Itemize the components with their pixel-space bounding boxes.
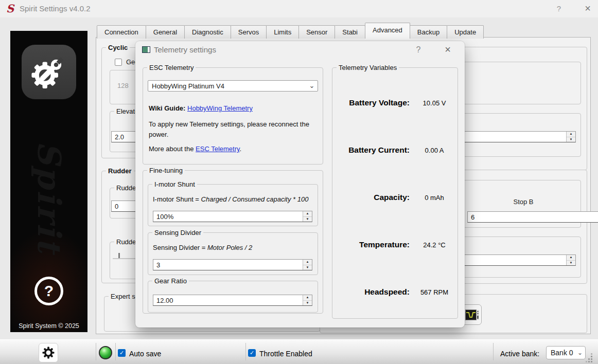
telemetry-settings-dialog: Telemetry settings ? × ESC Telemetry Hob… bbox=[135, 41, 465, 327]
active-bank-value: Bank 0 bbox=[547, 349, 575, 357]
resize-grip[interactable] bbox=[591, 358, 592, 360]
titlebar: S Spirit Settings v4.0.2 ? × bbox=[0, 0, 598, 17]
tab-stabi[interactable]: Stabi bbox=[335, 25, 365, 39]
oscilloscope-icon bbox=[465, 310, 479, 320]
dialog-help-button[interactable]: ? bbox=[413, 45, 424, 54]
tab-connection[interactable]: Connection bbox=[97, 25, 146, 39]
spin-up-button[interactable]: ▲ bbox=[303, 260, 312, 265]
cyclic-disabled-value: 128 bbox=[117, 82, 129, 89]
spirit-watermark: Spirit bbox=[28, 128, 69, 268]
app-logo-icon: S bbox=[6, 2, 14, 15]
statusbar-separator bbox=[245, 343, 246, 360]
active-bank-label: Active bank: bbox=[500, 350, 539, 358]
tab-servos[interactable]: Servos bbox=[231, 25, 267, 39]
telemetry-row: Headspeed: 567 RPM bbox=[337, 268, 453, 316]
gear-ratio-value: 12.00 bbox=[153, 297, 303, 304]
spinner-buttons: ▲ ▼ bbox=[303, 211, 312, 222]
stop-b-label: Stop B bbox=[493, 198, 554, 206]
tab-general[interactable]: General bbox=[146, 25, 185, 39]
imotor-formula: I-motor Shunt = Charged / Consumed capac… bbox=[153, 194, 308, 205]
esc-telemetry-group-title: ESC Telemetry bbox=[147, 64, 196, 71]
statusbar-separator bbox=[493, 343, 494, 360]
question-mark: ? bbox=[44, 283, 54, 299]
tab-sensor[interactable]: Sensor bbox=[298, 25, 335, 39]
battery-current-value: 0.00 A bbox=[417, 147, 452, 154]
esc-type-select[interactable]: HobbyWing Platinum V4 ⌄ bbox=[148, 80, 318, 92]
tab-limits[interactable]: Limits bbox=[266, 25, 299, 39]
sensing-formula-expression: Motor Poles / 2 bbox=[207, 244, 252, 251]
telemetry-variables-list: Battery Voltage: 10.05 V Battery Current… bbox=[337, 79, 453, 316]
statusbar-separator bbox=[115, 343, 116, 360]
copyright-text: Spirit System © 2025 bbox=[10, 322, 87, 330]
spin-up-button[interactable]: ▲ bbox=[303, 211, 312, 217]
battery-voltage-value: 10.05 V bbox=[417, 99, 452, 107]
tab-advanced[interactable]: Advanced bbox=[365, 23, 410, 39]
spin-down-button[interactable]: ▼ bbox=[567, 137, 575, 142]
headspeed-label: Headspeed: bbox=[337, 287, 410, 297]
spinner-buttons: ▲ ▼ bbox=[303, 295, 312, 305]
stop-b-spinbox[interactable]: 6 ▲ ▼ bbox=[467, 211, 598, 223]
gear-ratio-spinbox[interactable]: 12.00 ▲ ▼ bbox=[153, 295, 312, 306]
spin-down-button[interactable]: ▼ bbox=[303, 265, 312, 270]
imotor-shunt-value: 100% bbox=[153, 213, 303, 221]
sensing-divider-spinbox[interactable]: 3 ▲ ▼ bbox=[153, 259, 312, 270]
telemetry-row: Battery Voltage: 10.05 V bbox=[337, 79, 453, 126]
check-icon: ✓ bbox=[119, 350, 124, 356]
rudder-group-title: Rudder bbox=[106, 167, 134, 175]
statusbar-separator bbox=[96, 343, 96, 360]
tabbar: Connection General Diagnostic Servos Lim… bbox=[97, 23, 483, 39]
help-circle-icon[interactable]: ? bbox=[34, 277, 63, 305]
sidebar: Spirit ? Spirit System © 2025 bbox=[10, 31, 87, 332]
throttle-enabled-checkbox[interactable]: ✓ bbox=[248, 349, 256, 357]
tab-diagnostic[interactable]: Diagnostic bbox=[184, 25, 231, 39]
more-about-line: More about the ESC Telemetry. bbox=[149, 144, 241, 154]
imotor-formula-expression: Charged / Consumed capacity * 100 bbox=[201, 195, 309, 203]
more-about-prefix: More about the bbox=[149, 145, 196, 153]
imotor-shunt-group-title: I-motor Shunt bbox=[152, 180, 197, 188]
spin-down-button[interactable]: ▼ bbox=[303, 301, 312, 306]
sensing-formula: Sensing Divider = Motor Poles / 2 bbox=[153, 243, 252, 253]
connection-led-indicator bbox=[99, 346, 112, 359]
statusbar: ✓ Auto save ✓ Throttle Enabled Active ba… bbox=[0, 339, 598, 364]
tab-backup[interactable]: Backup bbox=[410, 25, 447, 39]
geo-checkbox[interactable] bbox=[115, 59, 122, 66]
telemetry-variables-group: Telemetry Variables Battery Voltage: 10.… bbox=[332, 67, 458, 319]
active-bank-select[interactable]: Bank 0 ⌄ bbox=[546, 346, 586, 359]
auto-save-checkbox[interactable]: ✓ bbox=[118, 349, 126, 357]
dialog-close-button[interactable]: × bbox=[442, 44, 453, 56]
tab-update[interactable]: Update bbox=[447, 25, 484, 39]
more-about-suffix: . bbox=[240, 145, 242, 153]
chevron-down-icon: ⌄ bbox=[575, 351, 585, 355]
scope-button[interactable] bbox=[462, 304, 482, 325]
battery-voltage-label: Battery Voltage: bbox=[337, 98, 410, 107]
rudder-slider-handle[interactable] bbox=[118, 253, 120, 258]
wiki-guide-link[interactable]: HobbyWing Telemetry bbox=[187, 104, 253, 112]
imotor-shunt-spinbox[interactable]: 100% ▲ ▼ bbox=[153, 211, 312, 222]
fine-tuning-group-title: Fine-tuning bbox=[147, 167, 185, 174]
spinner-buttons: ▲ ▼ bbox=[566, 132, 575, 142]
telemetry-row: Battery Current: 0.00 A bbox=[337, 126, 453, 174]
window-help-button[interactable]: ? bbox=[554, 4, 564, 13]
wiki-guide-line: Wiki Guide: HobbyWing Telemetry bbox=[149, 103, 253, 114]
settings-button[interactable] bbox=[39, 343, 58, 362]
headspeed-value: 567 RPM bbox=[417, 288, 452, 296]
spin-up-button[interactable]: ▲ bbox=[303, 295, 312, 301]
window-close-button[interactable]: × bbox=[582, 3, 593, 14]
temperature-value: 24.2 °C bbox=[417, 241, 452, 249]
battery-current-label: Battery Current: bbox=[337, 145, 410, 155]
spin-down-button[interactable]: ▼ bbox=[303, 217, 312, 222]
window-title: Spirit Settings v4.0.2 bbox=[20, 4, 91, 13]
gear-wrench-icon bbox=[29, 52, 69, 92]
check-icon: ✓ bbox=[250, 350, 254, 356]
spinner-buttons: ▲ ▼ bbox=[566, 255, 575, 265]
temperature-label: Temperature: bbox=[337, 240, 410, 249]
capacity-value: 0 mAh bbox=[417, 194, 452, 202]
reconnect-note: To apply new Telemetry settings, please … bbox=[149, 119, 319, 140]
cyclic-group-title: Cyclic bbox=[106, 44, 130, 51]
spin-up-button[interactable]: ▲ bbox=[567, 255, 575, 261]
spin-up-button[interactable]: ▲ bbox=[567, 132, 575, 137]
sensing-formula-prefix: Sensing Divider = bbox=[153, 244, 207, 251]
spin-down-button[interactable]: ▼ bbox=[567, 261, 575, 266]
imotor-formula-prefix: I-motor Shunt = bbox=[153, 195, 201, 203]
esc-telemetry-link[interactable]: ESC Telemetry bbox=[196, 145, 240, 153]
